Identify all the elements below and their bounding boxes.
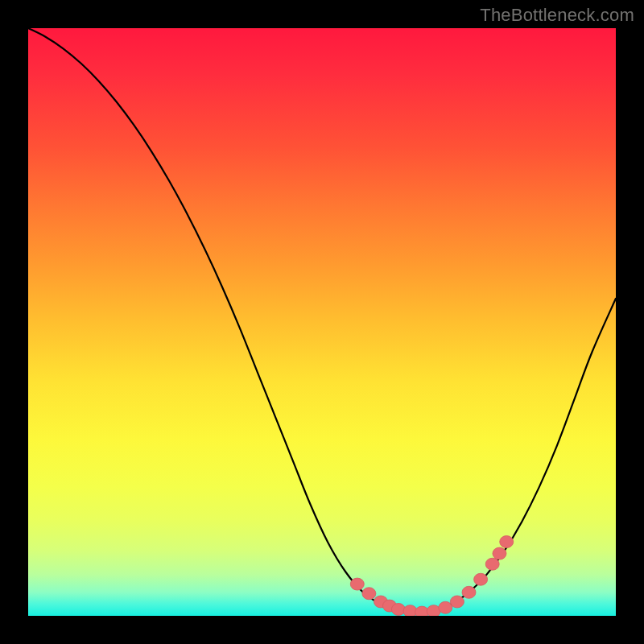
marker-dot (362, 588, 376, 600)
marker-dot (493, 547, 506, 559)
marker-dot (439, 601, 452, 613)
marker-dot (500, 536, 514, 548)
marker-dot (350, 578, 364, 590)
curve-layer (28, 28, 616, 616)
marker-dot (462, 586, 476, 598)
bottleneck-curve (28, 28, 616, 613)
marker-dot (485, 558, 499, 570)
marker-dot (403, 605, 417, 616)
marker-dot (474, 573, 488, 585)
plot-area (28, 28, 616, 616)
chart-frame: TheBottleneck.com (0, 0, 644, 644)
watermark-text: TheBottleneck.com (480, 5, 634, 26)
marker-dot (391, 603, 405, 615)
marker-dot (450, 596, 464, 608)
curve-markers (350, 536, 513, 616)
